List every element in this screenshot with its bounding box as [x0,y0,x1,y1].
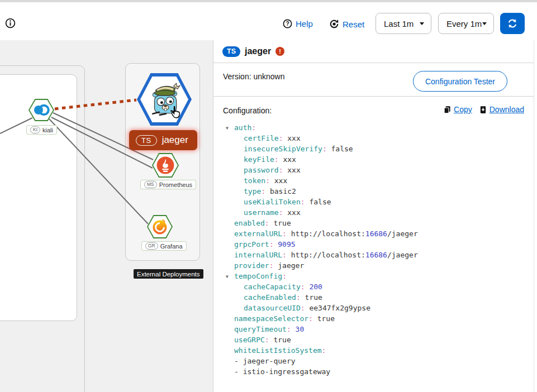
yaml-colon: : [265,219,269,227]
copy-link[interactable]: Copy [443,105,472,114]
reset-button[interactable]: Reset [329,19,364,29]
yaml-colon: : [296,293,301,302]
yaml-colon: : [301,304,305,312]
edge-kiali-jaeger-dashed[interactable] [55,100,136,109]
yaml-key: keyFile [244,155,274,164]
node-label-prometheus[interactable]: MS Prometheus [140,180,196,189]
yaml-key: queryTimeout [234,325,287,333]
kiali-label: kiali [42,127,53,133]
help-icon: ? [283,19,292,28]
yaml-key: username [244,208,279,217]
copy-icon [443,106,452,114]
grafana-type-badge: GR [145,242,158,250]
cursor-icon [168,105,183,121]
yaml-colon: : [282,272,287,280]
yaml-key: token [244,176,265,185]
yaml-line: ▼auth: [213,122,526,133]
node-prometheus-body [153,154,178,176]
reset-icon [329,19,339,29]
yaml-colon: : [282,251,287,259]
yaml-line: certFile: xxx [213,133,526,144]
yaml-key: insecureSkipVerify [244,145,322,153]
yaml-colon: : [282,230,287,238]
yaml-line: password: xxx [213,165,526,175]
jaeger-label: jaeger [162,135,188,146]
yaml-line: ▼tempoConfig: [213,271,526,281]
yaml-line: queryTimeout: 30 [213,324,526,334]
yaml-value: xxx [287,134,300,142]
warning-icon: ! [275,47,284,56]
yaml-value: 16686 [365,251,387,259]
yaml-colon: : [269,240,274,248]
kiali-mesh-page: ? Help Reset Last 1m Every 1m [0,0,537,392]
refresh-button[interactable] [500,13,525,34]
yaml-key: externalURL [234,230,282,238]
yaml-colon: : [301,198,305,206]
chevron-down-icon [420,22,424,25]
yaml-line: cacheCapacity: 200 [213,281,526,292]
version-text: Version: unknown [223,72,285,81]
yaml-line: enabled: true [213,218,526,228]
yaml-line: token: xxx [213,175,526,186]
yaml-value: xxx [287,166,300,174]
prometheus-logo-icon [156,156,175,175]
yaml-line: namespaceSelector: true [213,313,526,324]
collapse-arrow-icon[interactable]: ▼ [226,271,234,282]
yaml-line: externalURL: http://localhost:16686/jaeg… [213,228,526,239]
yaml-line: username: xxx [213,207,526,218]
node-grafana-body [148,216,172,237]
yaml-colon: : [251,123,256,132]
yaml-value: istio-ingressgateway [243,367,331,376]
node-label-grafana[interactable]: GR Grafana [141,241,187,251]
help-button[interactable]: ? Help [283,19,313,28]
yaml-value: 9095 [278,240,295,248]
grafana-label: Grafana [160,243,183,250]
yaml-value: xxx [274,176,287,185]
yaml-key: tempoConfig [234,272,282,280]
yaml-value: jaeger-query [243,357,296,365]
download-link[interactable]: Download [479,105,524,114]
yaml-colon: : [265,176,270,185]
yaml-key: useKialiToken [244,198,301,206]
yaml-key: grpcPort [234,240,269,248]
node-label-jaeger[interactable]: TS jaeger [129,130,197,150]
panel-header: TS jaeger ! [213,40,534,63]
yaml-key: datasourceUID [244,304,301,312]
yaml-value: 30 [296,325,305,333]
yaml-value: 16686 [365,230,387,238]
yaml-key: type [244,187,261,195]
node-label-kiali[interactable]: KI kiali [26,125,57,135]
yaml-value: false [309,198,331,206]
prometheus-label: Prometheus [159,181,192,188]
yaml-colon: : [261,187,265,195]
yaml-colon: : [322,145,327,153]
collapse-arrow-icon[interactable]: ▼ [226,123,234,133]
yaml-list-dash: - [234,357,243,365]
duration-dropdown[interactable]: Last 1m [376,13,431,34]
refresh-interval-value: Every 1m [446,19,482,28]
yaml-key: password [244,166,279,174]
info-button[interactable] [4,18,16,29]
yaml-line: keyFile: xxx [213,154,526,165]
reset-label: Reset [343,20,364,29]
yaml-colon: : [279,134,283,142]
graph-canvas[interactable]: KI kiali [0,40,213,392]
help-label: Help [296,19,313,28]
yaml-line: type: basic2 [213,186,526,197]
yaml-colon: : [322,346,326,355]
yaml-key: whiteListIstioSystem [234,346,322,355]
yaml-colon: : [287,325,291,333]
yaml-line: datasourceUID: ee347fx2g9ypse [213,303,526,313]
yaml-value: xxx [283,155,296,164]
configuration-label: Configuration: [223,106,272,115]
refresh-interval-dropdown[interactable]: Every 1m [438,13,494,34]
configuration-tester-button[interactable]: Configuration Tester [413,71,507,92]
duration-value: Last 1m [384,19,414,28]
yaml-value: xxx [287,208,300,217]
kiali-logo-icon [33,103,50,117]
panel-right-border [534,40,534,392]
svg-text:?: ? [286,21,289,27]
yaml-line: whiteListIstioSystem: [213,345,526,356]
download-icon [479,106,487,114]
mesh-toolbar: ? Help Reset Last 1m Every 1m [0,2,537,40]
